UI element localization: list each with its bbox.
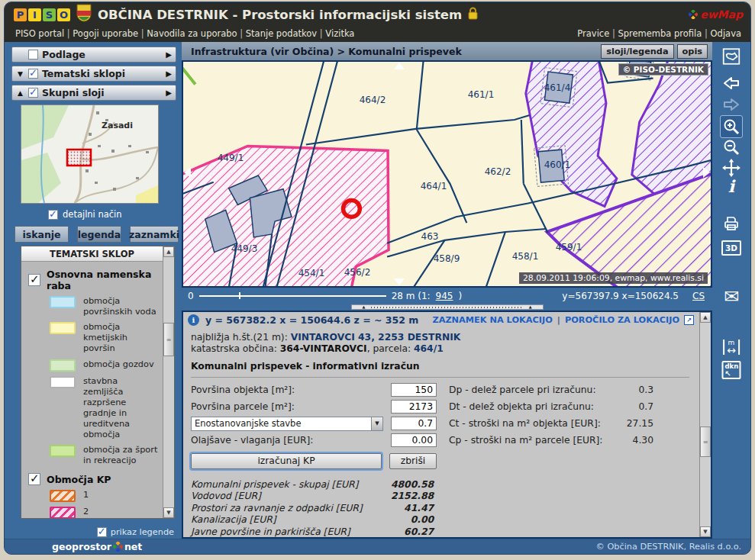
location-links: ZAZNAMEK NA LOKACIJO | POROČILO ZA LOKAC… <box>432 315 694 325</box>
ewmap-logo[interactable]: ewMap <box>689 8 743 21</box>
tab-zaznamki[interactable]: zaznamki <box>130 226 179 243</box>
accordion-label: Podlage <box>42 49 86 60</box>
legend-item: 2 <box>50 507 160 519</box>
sport-swatch <box>50 445 76 457</box>
mail-icon[interactable]: ✉ <box>724 288 739 306</box>
scroll-down-icon[interactable]: ▼ <box>700 526 711 537</box>
app-footer: geoprostor net © Občina DESTRNIK, Realis… <box>5 539 750 554</box>
nearest-address-value: VINTAROVCI 43, 2253 DESTRNIK <box>291 332 461 343</box>
info-scrollbar[interactable]: ▲ ≡ ▼ <box>699 312 711 537</box>
accordion-podlage[interactable]: Podlage ▶ <box>11 47 176 63</box>
chevron-down-icon[interactable]: ▼ <box>371 417 382 430</box>
tab-iskanje[interactable]: iskanje <box>15 226 69 243</box>
expander-icon[interactable]: ▼ <box>16 70 24 78</box>
layers-legend-button[interactable]: sloji/legenda <box>601 44 673 59</box>
geoprostor-label: net <box>124 541 142 552</box>
calc-section-title: Komunalni prispevek - informativni izrač… <box>191 361 699 372</box>
scrollbar-thumb[interactable]: ≡ <box>700 426 711 457</box>
chevron-right-icon[interactable]: ▶ <box>166 69 172 78</box>
accordion-skupni-sloji[interactable]: ▲ Skupni sloji ▶ <box>11 85 176 101</box>
scale-denominator-input[interactable]: 945 <box>436 291 453 301</box>
accordion-tematski-sklopi[interactable]: ▼ Tematski sklopi ▶ <box>11 66 176 82</box>
parcel-label: 461/4 <box>544 82 571 93</box>
print-icon[interactable] <box>721 214 741 233</box>
expander-icon[interactable]: ▲ <box>16 89 24 97</box>
description-button[interactable]: opis <box>677 44 708 59</box>
pan-right-icon[interactable] <box>703 167 710 178</box>
piso-logo[interactable]: P I S O <box>14 8 70 21</box>
map-viewport[interactable]: 464/2 461/1 461/4 449/1 462/2 460/1 464/… <box>182 60 712 288</box>
nav-link-piso-portal[interactable]: PISO portal <box>15 28 64 39</box>
scroll-up-icon[interactable]: ▲ <box>700 312 711 323</box>
tematski-checkbox[interactable] <box>28 69 38 79</box>
map-header: Infrastruktura (vir Občina) > Komunalni … <box>182 42 712 60</box>
pan-icon[interactable] <box>721 158 741 178</box>
forward-arrow-icon[interactable] <box>721 95 741 114</box>
copyright-text: © Občina DESTRNIK, Realis d.o.o. <box>596 542 750 552</box>
relief-input[interactable] <box>391 433 437 447</box>
tab-legenda[interactable]: legenda <box>77 226 121 243</box>
measure-icon[interactable]: m ↔ <box>723 340 740 355</box>
pan-up-icon[interactable] <box>394 63 405 69</box>
parcel-label: 459/1 <box>556 242 582 253</box>
object-area-input[interactable] <box>391 383 437 397</box>
dkn-icon[interactable]: dkn ↖ <box>722 361 741 379</box>
parcel-label: 449/1 <box>218 153 244 163</box>
user-link-odjava[interactable]: Odjava <box>702 28 741 39</box>
scrollbar-thumb[interactable]: ≡ <box>163 323 174 356</box>
legend-scrollbar[interactable]: ▲ ≡ ▼ <box>163 246 174 518</box>
identify-info-icon[interactable]: i <box>728 176 734 196</box>
location-report-link[interactable]: POROČILO ZA LOKACIJO <box>565 315 679 325</box>
detail-mode-checkbox[interactable] <box>48 210 58 220</box>
show-legend-checkbox[interactable] <box>97 527 107 537</box>
clear-button[interactable]: zbriši <box>389 453 437 469</box>
pan-left-icon[interactable] <box>184 167 191 178</box>
param-label: Ct - stroški na m² objekta [EUR]: <box>449 418 627 429</box>
sidebar-tabs: iskanje legenda zaznamki <box>15 226 179 243</box>
splitter-handle[interactable]: ▲▲ <box>351 304 544 310</box>
clicked-coordinates: y = 567382.2 x = 150644.6 z = ~ 352 m <box>205 314 418 326</box>
scroll-up-icon[interactable]: ▲ <box>163 246 174 257</box>
legend-item-label: stavbna zemljišča razpršene gradnje in u… <box>83 376 160 441</box>
zoom-in-icon[interactable] <box>720 115 743 138</box>
nearest-address-label: najbližja h.št.(21 m): <box>191 332 288 343</box>
calculate-kp-button[interactable]: izračunaj KP <box>191 453 382 469</box>
bookmark-location-link[interactable]: ZAZNAMEK NA LOKACIJO <box>432 315 552 325</box>
scroll-down-icon[interactable]: ▼ <box>163 507 174 518</box>
chevron-right-icon[interactable]: ▶ <box>166 50 172 59</box>
calc-params: Dp - delež parcele pri izračunu:0.3 Dt -… <box>449 381 653 469</box>
nav-link-pogoji[interactable]: Pogoji uporabe <box>64 28 138 39</box>
nav-link-navodila[interactable]: Navodila za uporabo <box>138 28 237 39</box>
parcel-area-input[interactable] <box>391 400 437 414</box>
chevron-right-icon[interactable]: ▶ <box>166 89 172 97</box>
parcel-field-label: parcela: <box>373 343 411 354</box>
building-type-select[interactable]: Enostanovanjske stavbe ▼ <box>191 417 383 431</box>
user-link-profil[interactable]: Sprememba profila <box>609 28 702 39</box>
3d-view-icon[interactable]: 3D <box>721 240 741 256</box>
coordinate-system-toggle[interactable]: CS <box>692 291 705 301</box>
legend-group-obmocja-kp: Območja KP <box>28 473 159 485</box>
parcel-label: 458/9 <box>434 253 460 264</box>
obmocja-kp-checkbox[interactable] <box>28 473 40 485</box>
geoprostor-logo[interactable]: geoprostor net <box>52 541 142 552</box>
scale-line <box>199 292 386 299</box>
result-value: 4800.58 <box>391 479 434 490</box>
zoom-out-icon[interactable] <box>722 138 740 156</box>
skupni-checkbox[interactable] <box>28 88 38 98</box>
report-window-icon[interactable]: ↗ <box>684 315 694 325</box>
parcel-label: 454/1 <box>298 268 325 278</box>
overview-map[interactable]: Zasadi <box>21 105 159 204</box>
slovenia-extent-icon[interactable] <box>721 47 741 66</box>
result-label: Prostori za ravnanje z odpadki [EUR] <box>191 503 404 513</box>
namenska-raba-checkbox[interactable] <box>28 274 40 286</box>
nav-link-stanje[interactable]: Stanje podatkov <box>237 28 318 39</box>
podlage-checkbox[interactable] <box>28 50 38 60</box>
user-link-pravice[interactable]: Pravice <box>577 28 609 39</box>
divider <box>191 377 689 378</box>
factor-input[interactable] <box>391 417 437 430</box>
nav-link-vizitka[interactable]: Vizitka <box>317 28 354 39</box>
param-value: 0.3 <box>638 385 653 395</box>
pan-down-icon[interactable] <box>394 278 405 285</box>
back-arrow-icon[interactable] <box>721 74 741 92</box>
map-watermark: © PISO-DESTRNIK <box>618 63 708 76</box>
